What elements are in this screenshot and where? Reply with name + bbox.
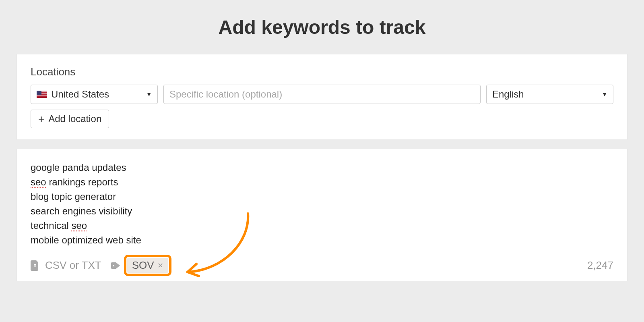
us-flag-icon	[37, 91, 47, 98]
locations-label: Locations	[31, 66, 613, 78]
page-title: Add keywords to track	[0, 0, 644, 38]
locations-row: United States ▼ English ▼	[31, 85, 613, 104]
add-location-label: Add location	[48, 113, 101, 125]
keyword-line: mobile optimized web site	[31, 233, 613, 247]
add-location-button[interactable]: + Add location	[31, 110, 109, 128]
caret-down-icon: ▼	[602, 91, 607, 98]
country-select[interactable]: United States ▼	[31, 85, 158, 104]
keywords-footer: CSV or TXT SOV ✕ 2,247	[31, 258, 613, 273]
keyword-line: blog topic generator	[31, 189, 613, 204]
caret-down-icon: ▼	[146, 91, 152, 98]
character-counter: 2,247	[587, 259, 613, 272]
tag-chip-sov[interactable]: SOV ✕	[127, 258, 168, 273]
svg-point-0	[113, 265, 114, 266]
keywords-textarea[interactable]: google panda updatesseo rankings reports…	[31, 160, 613, 247]
tag-chip-label: SOV	[132, 259, 154, 272]
keyword-line: seo rankings reports	[31, 175, 613, 189]
specific-location-input[interactable]	[163, 85, 481, 104]
keyword-line: search engines visibility	[31, 204, 613, 218]
language-select-value: English	[492, 89, 524, 100]
tag-remove-icon[interactable]: ✕	[157, 261, 163, 270]
plus-icon: +	[38, 114, 44, 124]
language-select[interactable]: English ▼	[486, 85, 613, 104]
file-upload-icon	[31, 260, 39, 271]
upload-csv-txt-button[interactable]: CSV or TXT	[45, 259, 101, 272]
keyword-line: google panda updates	[31, 160, 613, 175]
country-select-value: United States	[51, 89, 109, 100]
locations-panel: Locations United States ▼ English ▼ + Ad…	[17, 54, 627, 139]
keywords-panel: google panda updatesseo rankings reports…	[17, 149, 627, 281]
tag-icon	[111, 261, 122, 270]
keyword-line: technical seo	[31, 218, 613, 233]
